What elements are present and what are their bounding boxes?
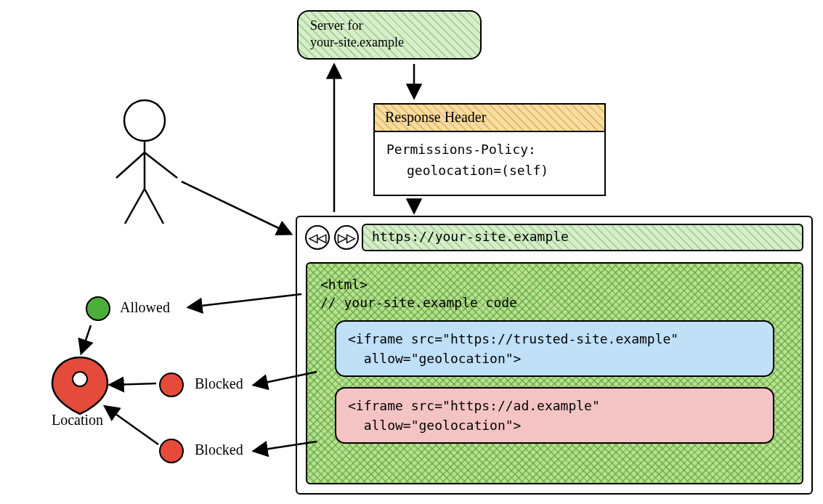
trusted-iframe-box: <iframe src="https://trusted-site.exampl… <box>335 320 774 377</box>
trusted-iframe-l1: <iframe src="https://trusted-site.exampl… <box>348 331 678 346</box>
blocked-indicator-dot-1 <box>159 373 184 397</box>
blocked-indicator-dot-2 <box>159 439 184 463</box>
response-header-body: Permissions-Policy: geolocation=(self) <box>373 132 606 196</box>
ad-iframe-l1: <iframe src="https://ad.example" <box>348 398 600 413</box>
response-header-title: Response Header <box>385 109 486 125</box>
svg-line-11 <box>189 294 301 307</box>
svg-point-6 <box>73 372 87 386</box>
diagram-stage: Server for your-site.example Response He… <box>0 0 823 504</box>
svg-line-15 <box>110 383 156 385</box>
code-html-open: <html> <box>320 277 789 292</box>
svg-point-0 <box>124 100 165 141</box>
blocked-label-1: Blocked <box>195 375 243 392</box>
svg-line-7 <box>182 182 291 234</box>
allowed-indicator-dot <box>86 296 110 321</box>
svg-line-4 <box>125 189 145 224</box>
code-comment: // your-site.example code <box>320 295 789 310</box>
server-line1: Server for <box>310 18 362 33</box>
svg-line-3 <box>145 153 177 178</box>
back-icon: ◁◁ <box>309 231 326 245</box>
browser-viewport: <html> // your-site.example code <iframe… <box>306 262 803 484</box>
allowed-label: Allowed <box>120 299 170 316</box>
nav-buttons-group: ◁◁ ▷▷ <box>305 225 359 250</box>
forward-button[interactable]: ▷▷ <box>334 225 359 250</box>
response-header-line1: Permissions-Policy: <box>386 142 536 157</box>
svg-line-16 <box>105 407 158 444</box>
blocked-label-2: Blocked <box>195 442 243 458</box>
svg-line-2 <box>116 153 145 178</box>
svg-line-5 <box>145 189 163 224</box>
back-button[interactable]: ◁◁ <box>305 225 330 250</box>
response-header-line2: geolocation=(self) <box>386 160 593 182</box>
user-icon <box>116 100 177 224</box>
ad-iframe-l2: allow="geolocation"> <box>348 418 521 433</box>
forward-icon: ▷▷ <box>338 231 355 245</box>
svg-line-14 <box>81 325 91 353</box>
address-bar[interactable]: https://your-site.example <box>362 224 803 251</box>
address-bar-text: https://your-site.example <box>372 229 569 244</box>
location-pin-icon <box>52 357 108 414</box>
response-header-title-bar: Response Header <box>373 103 606 132</box>
server-box: Server for your-site.example <box>297 10 482 60</box>
server-line2: your-site.example <box>310 35 404 49</box>
location-label: Location <box>52 412 103 428</box>
ad-iframe-box: <iframe src="https://ad.example" allow="… <box>335 387 774 444</box>
trusted-iframe-l2: allow="geolocation"> <box>348 351 521 366</box>
